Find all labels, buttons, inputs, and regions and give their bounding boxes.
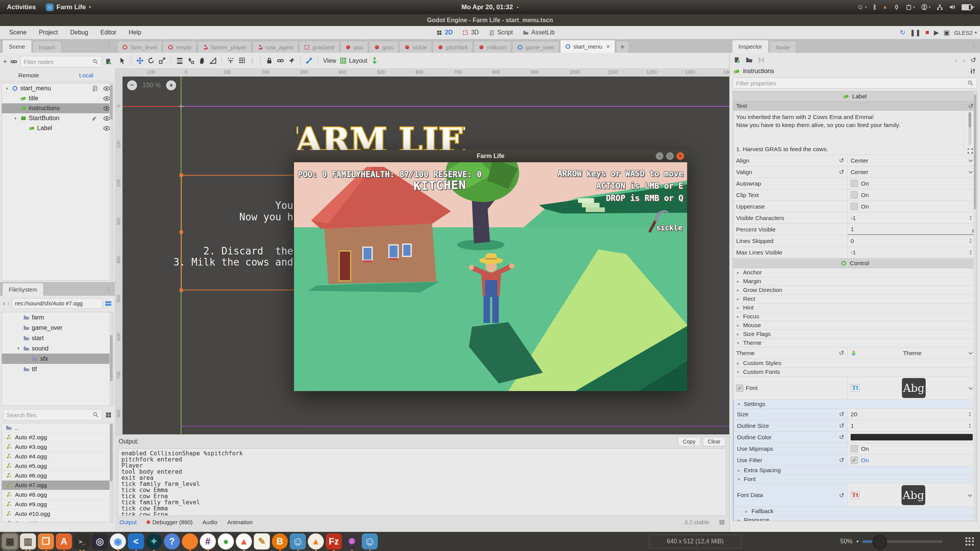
script-icon[interactable]: [92, 85, 98, 91]
property-row-use-filter[interactable]: Use Filter↺✓On: [733, 455, 977, 466]
network-icon[interactable]: [937, 4, 943, 10]
vlc-tray-icon[interactable]: [883, 5, 887, 9]
clock[interactable]: Mo Apr 20, 01:32 •: [461, 3, 518, 11]
checkbox[interactable]: ✓: [736, 385, 743, 392]
property-value[interactable]: 0: [851, 238, 854, 245]
fs-path[interactable]: res://sound/sfx/Auto #7.ogg: [12, 298, 103, 309]
property-value[interactable]: 1: [851, 422, 854, 429]
remote-toggle[interactable]: Remote: [0, 70, 57, 81]
fs-back-button[interactable]: ‹: [3, 300, 5, 307]
output-log[interactable]: enabled CollisionShape %spitchforkpitchf…: [118, 448, 726, 516]
scene-tab-empty[interactable]: empty: [163, 41, 197, 53]
file-Auto-8-ogg[interactable]: Auto #8.ogg: [2, 490, 113, 500]
dock-zoom-slider[interactable]: [862, 540, 943, 543]
volume-icon[interactable]: [949, 4, 956, 10]
group-anchor[interactable]: ▸Anchor: [733, 268, 977, 277]
scene-tab-farmer_player[interactable]: farmer_player: [198, 41, 252, 53]
revert-icon[interactable]: ↺: [839, 157, 844, 164]
maximize-button[interactable]: □: [666, 152, 674, 160]
scene-node-start_menu[interactable]: ▾start_menu: [2, 83, 113, 93]
file-Auto-3-ogg[interactable]: Auto #3.ogg: [2, 442, 113, 452]
accessibility-icon[interactable]: ▾: [921, 4, 931, 10]
property-row-outline-color[interactable]: Outline Color↺: [733, 432, 977, 443]
scene-node-Label[interactable]: Label: [2, 123, 113, 133]
dock-handle-icon[interactable]: ⋮: [106, 285, 112, 293]
taskbar-icon-filezilla[interactable]: Fz: [326, 533, 342, 549]
scene-tab-grasland[interactable]: grasland: [299, 41, 340, 53]
group-fallback[interactable]: ▸Fallback: [733, 507, 977, 516]
group-custom-fonts[interactable]: ▾Custom Fonts: [733, 368, 977, 377]
tab-scene[interactable]: Scene: [2, 40, 32, 53]
spinner-icon[interactable]: [968, 238, 973, 244]
checkbox[interactable]: [851, 203, 858, 210]
expand-caret[interactable]: ▾: [16, 346, 21, 351]
property-row-clip-text[interactable]: Clip TextOn: [733, 189, 977, 201]
taskbar-icon-brave[interactable]: ▲: [236, 533, 252, 549]
property-row-font[interactable]: ✓FontTtAbg: [733, 377, 977, 400]
move-tool[interactable]: [136, 57, 144, 64]
property-row-valign[interactable]: Valign↺Center: [733, 166, 977, 178]
skeleton-options[interactable]: [305, 57, 313, 64]
select-tool[interactable]: [119, 57, 126, 64]
taskbar-icon-software-store[interactable]: A: [56, 533, 72, 549]
file-Auto-7-ogg[interactable]: Auto #7.ogg: [2, 481, 113, 490]
play-scene-button[interactable]: ▶: [934, 29, 939, 37]
zoom-out-button[interactable]: −: [127, 80, 137, 90]
property-value[interactable]: 1: [851, 226, 854, 233]
fs-folder-ttf[interactable]: ttf: [2, 364, 113, 374]
taskbar-icon-firefox[interactable]: [182, 533, 198, 549]
file-Auto-9-ogg[interactable]: Auto #9.ogg: [2, 500, 113, 509]
pin-button[interactable]: [288, 57, 295, 64]
scene-node-title[interactable]: title: [2, 93, 113, 103]
taskbar-icon-help[interactable]: ?: [164, 533, 180, 549]
workspace-assetlib[interactable]: AssetLib: [523, 29, 555, 36]
expand-caret[interactable]: ▾: [4, 86, 10, 91]
fs-folder-game_over[interactable]: game_over: [2, 323, 113, 333]
history-forward-button[interactable]: ›: [963, 56, 965, 64]
pick-pivot-tool[interactable]: [187, 57, 194, 64]
font-preview[interactable]: Abg: [902, 485, 925, 505]
group-settings[interactable]: ▾Settings: [733, 400, 977, 409]
taskbar-icon-file-manager[interactable]: ❐: [38, 533, 54, 549]
window-titlebar[interactable]: Godot Engine - Farm Life - start_menu.ts…: [0, 14, 980, 26]
group-resource[interactable]: ▸Resource: [733, 516, 977, 521]
fs-folder-sound[interactable]: ▾sound: [2, 343, 113, 354]
revert-icon[interactable]: ↺: [839, 434, 844, 441]
close-button[interactable]: ✕: [676, 152, 684, 160]
attach-script-button[interactable]: [105, 58, 112, 65]
file-Auto-4-ogg[interactable]: Auto #4.ogg: [2, 452, 113, 461]
taskbar-icon-notes[interactable]: ✎: [254, 533, 270, 549]
property-row-use-mipmaps[interactable]: Use MipmapsOn: [733, 443, 977, 455]
scene-tab-milkcan[interactable]: milkcan: [474, 41, 511, 53]
zoom-in-button[interactable]: +: [166, 80, 176, 90]
snap-options[interactable]: ⋮: [249, 57, 255, 64]
property-row-max-lines-visible[interactable]: Max Lines Visible-1: [733, 247, 977, 258]
expand-caret[interactable]: ▾: [13, 116, 18, 121]
group-mouse[interactable]: ▸Mouse: [733, 321, 977, 330]
spinner-icon[interactable]: [967, 423, 973, 429]
menu-project[interactable]: Project: [33, 28, 63, 37]
scene-tab-gras[interactable]: gras: [369, 41, 399, 53]
list-select-tool[interactable]: [176, 57, 183, 64]
revert-icon[interactable]: ↺: [839, 492, 844, 499]
checkbox[interactable]: [851, 191, 858, 199]
scrollbar[interactable]: [109, 312, 113, 406]
scene-node-instructions[interactable]: instructions: [2, 103, 113, 113]
revert-icon[interactable]: ↺: [839, 349, 844, 357]
scale-tool[interactable]: [158, 57, 166, 64]
group-rect[interactable]: ▸Rect: [733, 295, 977, 303]
pause-button[interactable]: ❚❚: [910, 29, 921, 37]
visibility-eye-icon[interactable]: [103, 105, 110, 112]
local-toggle[interactable]: Local: [57, 70, 115, 81]
chevron-down-icon[interactable]: [968, 158, 973, 163]
rotate-tool[interactable]: [147, 57, 155, 64]
grid-snap-toggle[interactable]: [238, 57, 245, 64]
tab-animation[interactable]: Animation: [227, 519, 253, 525]
dock-handle-icon[interactable]: ⋮: [106, 42, 112, 50]
revert-icon[interactable]: ↺: [839, 411, 844, 418]
system-tray[interactable]: ☺▾ᛒ▾▾▾: [857, 3, 975, 11]
node-tools-icon[interactable]: [969, 68, 976, 75]
taskbar-icon-swirl-app[interactable]: ✹: [344, 533, 360, 549]
scene-tab-pitchfork[interactable]: pitchfork: [433, 41, 473, 53]
minimize-button[interactable]: –: [656, 152, 663, 160]
